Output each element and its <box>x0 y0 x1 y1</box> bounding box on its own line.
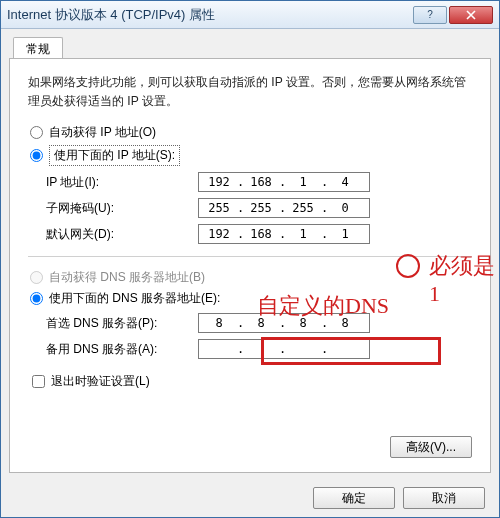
radio-manual-dns-input[interactable] <box>30 292 43 305</box>
radio-auto-dns-label: 自动获得 DNS 服务器地址(B) <box>49 269 205 286</box>
field-alt-dns: 备用 DNS 服务器(A): . . . <box>28 339 472 359</box>
field-pref-dns-label: 首选 DNS 服务器(P): <box>28 315 198 332</box>
radio-manual-dns[interactable]: 使用下面的 DNS 服务器地址(E): <box>28 290 472 307</box>
radio-auto-ip[interactable]: 自动获得 IP 地址(O) <box>28 124 472 141</box>
field-ip: IP 地址(I): 192. 168. 1. 4 <box>28 172 472 192</box>
ip-oct-2[interactable]: 168 <box>243 175 279 189</box>
description-text: 如果网络支持此功能，则可以获取自动指派的 IP 设置。否则，您需要从网络系统管理… <box>28 73 472 110</box>
close-icon <box>466 10 476 20</box>
cancel-button[interactable]: 取消 <box>403 487 485 509</box>
ip-group: 自动获得 IP 地址(O) 使用下面的 IP 地址(S): IP 地址(I): … <box>28 124 472 244</box>
radio-manual-ip[interactable]: 使用下面的 IP 地址(S): <box>28 145 472 166</box>
help-icon: ? <box>425 10 435 20</box>
field-ip-label: IP 地址(I): <box>28 174 198 191</box>
mask-oct-4[interactable]: 0 <box>327 201 363 215</box>
advanced-button[interactable]: 高级(V)... <box>390 436 472 458</box>
alt-dns-input[interactable]: . . . <box>198 339 370 359</box>
pref-dns-oct-3[interactable]: 8 <box>285 316 321 330</box>
separator <box>28 256 472 257</box>
dns-group: 自动获得 DNS 服务器地址(B) 使用下面的 DNS 服务器地址(E): 首选… <box>28 269 472 359</box>
svg-text:?: ? <box>427 10 433 20</box>
tab-general[interactable]: 常规 <box>13 37 63 59</box>
gateway-oct-3[interactable]: 1 <box>285 227 321 241</box>
pref-dns-oct-4[interactable]: 8 <box>327 316 363 330</box>
ip-oct-3[interactable]: 1 <box>285 175 321 189</box>
validate-checkbox[interactable] <box>32 375 45 388</box>
dialog-window: Internet 协议版本 4 (TCP/IPv4) 属性 ? 常规 如果网络支… <box>0 0 500 518</box>
field-gateway: 默认网关(D): 192. 168. 1. 1 <box>28 224 472 244</box>
radio-manual-ip-input[interactable] <box>30 149 43 162</box>
tab-panel-general: 如果网络支持此功能，则可以获取自动指派的 IP 设置。否则，您需要从网络系统管理… <box>9 58 491 473</box>
radio-manual-dns-label: 使用下面的 DNS 服务器地址(E): <box>49 290 220 307</box>
radio-auto-dns: 自动获得 DNS 服务器地址(B) <box>28 269 472 286</box>
pref-dns-input[interactable]: 8. 8. 8. 8 <box>198 313 370 333</box>
titlebar[interactable]: Internet 协议版本 4 (TCP/IPv4) 属性 ? <box>1 1 499 29</box>
mask-input[interactable]: 255. 255. 255. 0 <box>198 198 370 218</box>
pref-dns-oct-2[interactable]: 8 <box>243 316 279 330</box>
gateway-input[interactable]: 192. 168. 1. 1 <box>198 224 370 244</box>
mask-oct-1[interactable]: 255 <box>201 201 237 215</box>
radio-auto-ip-label: 自动获得 IP 地址(O) <box>49 124 156 141</box>
advanced-wrap: 高级(V)... <box>390 436 472 458</box>
pref-dns-oct-1[interactable]: 8 <box>201 316 237 330</box>
radio-auto-dns-input <box>30 271 43 284</box>
ip-oct-4[interactable]: 4 <box>327 175 363 189</box>
field-gateway-label: 默认网关(D): <box>28 226 198 243</box>
tab-strip: 常规 <box>9 37 491 59</box>
mask-oct-2[interactable]: 255 <box>243 201 279 215</box>
gateway-oct-1[interactable]: 192 <box>201 227 237 241</box>
ok-button[interactable]: 确定 <box>313 487 395 509</box>
gateway-oct-2[interactable]: 168 <box>243 227 279 241</box>
field-alt-dns-label: 备用 DNS 服务器(A): <box>28 341 198 358</box>
dialog-footer: 确定 取消 <box>313 487 485 509</box>
mask-oct-3[interactable]: 255 <box>285 201 321 215</box>
ip-oct-1[interactable]: 192 <box>201 175 237 189</box>
window-title: Internet 协议版本 4 (TCP/IPv4) 属性 <box>7 6 411 24</box>
field-mask-label: 子网掩码(U): <box>28 200 198 217</box>
radio-auto-ip-input[interactable] <box>30 126 43 139</box>
field-pref-dns: 首选 DNS 服务器(P): 8. 8. 8. 8 <box>28 313 472 333</box>
validate-checkbox-row[interactable]: 退出时验证设置(L) <box>28 373 472 390</box>
ip-input[interactable]: 192. 168. 1. 4 <box>198 172 370 192</box>
close-button[interactable] <box>449 6 493 24</box>
radio-manual-ip-label: 使用下面的 IP 地址(S): <box>49 145 180 166</box>
field-mask: 子网掩码(U): 255. 255. 255. 0 <box>28 198 472 218</box>
help-button[interactable]: ? <box>413 6 447 24</box>
gateway-oct-4[interactable]: 1 <box>327 227 363 241</box>
validate-label: 退出时验证设置(L) <box>51 373 150 390</box>
client-area: 常规 如果网络支持此功能，则可以获取自动指派的 IP 设置。否则，您需要从网络系… <box>1 29 499 517</box>
